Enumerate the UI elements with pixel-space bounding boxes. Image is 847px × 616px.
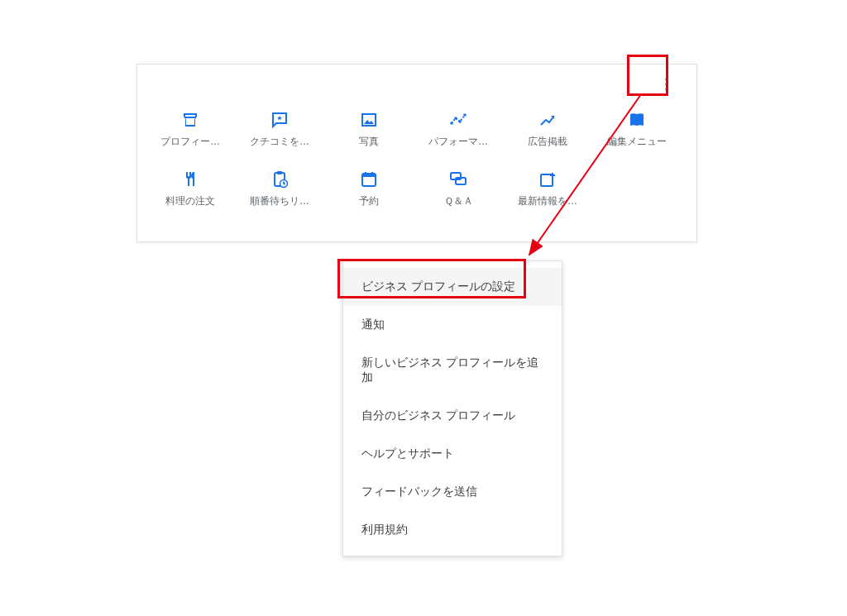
more-dropdown-menu: ビジネス プロフィールの設定 通知 新しいビジネス プロフィールを追加 自分のビ…	[342, 260, 562, 556]
review-star-icon	[270, 110, 290, 130]
utensils-icon	[180, 170, 200, 189]
toolbar-grid: プロフィー… クチコミを… 写真 パフォーマ… 広告掲載 編集メニュー 料理の注…	[137, 64, 696, 237]
toolbar-item-performance[interactable]: パフォーマ…	[414, 110, 503, 170]
menu-item-add-new-profile[interactable]: 新しいビジネス プロフィールを追加	[343, 344, 562, 397]
calendar-icon	[359, 170, 379, 189]
toolbar-item-reservation[interactable]: 予約	[324, 170, 414, 229]
menu-item-send-feedback[interactable]: フィードバックを送信	[343, 473, 562, 511]
menu-book-icon	[627, 110, 647, 130]
menu-item-my-profiles[interactable]: 自分のビジネス プロフィール	[343, 397, 562, 435]
toolbar-item-label: プロフィー…	[160, 135, 220, 149]
toolbar-item-label: 料理の注文	[165, 194, 215, 208]
toolbar-item-add-update[interactable]: 最新情報を…	[503, 170, 592, 229]
toolbar-item-label: パフォーマ…	[428, 135, 488, 149]
toolbar-item-label: 写真	[359, 135, 379, 149]
toolbar-item-qa[interactable]: Ｑ＆Ａ	[414, 170, 503, 229]
storefront-icon	[180, 110, 200, 130]
add-post-icon	[538, 170, 557, 189]
toolbar-item-food-order[interactable]: 料理の注文	[146, 170, 235, 229]
chart-dotted-icon	[448, 110, 468, 130]
toolbar-item-label: 予約	[359, 194, 379, 208]
toolbar-item-label: 広告掲載	[528, 135, 567, 149]
toolbar-item-waitlist[interactable]: 順番待ちリ…	[235, 170, 324, 229]
menu-item-notifications[interactable]: 通知	[343, 306, 562, 344]
menu-item-help-support[interactable]: ヘルプとサポート	[343, 435, 562, 473]
toolbar-item-label: 最新情報を…	[518, 194, 577, 208]
business-toolbar-panel: プロフィー… クチコミを… 写真 パフォーマ… 広告掲載 編集メニュー 料理の注…	[136, 64, 697, 242]
menu-item-terms[interactable]: 利用規約	[343, 511, 562, 549]
toolbar-item-label: 順番待ちリ…	[250, 194, 309, 208]
trend-up-icon	[538, 110, 557, 130]
toolbar-item-label: 編集メニュー	[607, 135, 667, 149]
toolbar-item-profile[interactable]: プロフィー…	[146, 110, 235, 170]
qa-bubbles-icon	[448, 170, 468, 189]
photo-icon	[359, 110, 379, 130]
clipboard-clock-icon	[270, 170, 290, 189]
toolbar-item-edit-menu[interactable]: 編集メニュー	[592, 110, 682, 170]
menu-item-business-profile-settings[interactable]: ビジネス プロフィールの設定	[343, 268, 562, 306]
toolbar-item-label: Ｑ＆Ａ	[444, 194, 473, 208]
toolbar-item-ads[interactable]: 広告掲載	[503, 110, 592, 170]
toolbar-item-label: クチコミを…	[250, 135, 309, 149]
more-vert-icon	[657, 74, 677, 98]
toolbar-item-photos[interactable]: 写真	[324, 110, 414, 170]
more-button[interactable]	[653, 73, 680, 99]
toolbar-item-reviews[interactable]: クチコミを…	[235, 110, 324, 170]
